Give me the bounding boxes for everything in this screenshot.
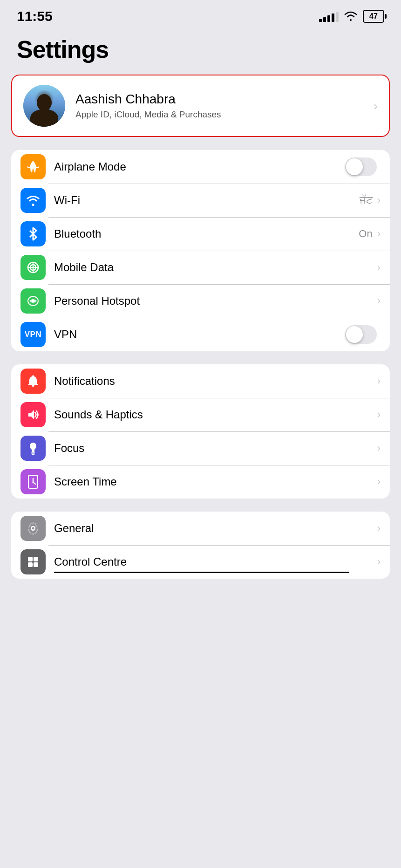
sounds-haptics-icon (20, 402, 46, 427)
bluetooth-value: On (359, 228, 372, 240)
vpn-row[interactable]: VPN VPN (11, 318, 390, 351)
wifi-status-icon (343, 11, 358, 22)
airplane-mode-toggle[interactable] (345, 157, 377, 176)
general-icon (20, 516, 46, 541)
vpn-label: VPN (54, 328, 345, 341)
page-title-section: Settings (0, 29, 401, 75)
sounds-haptics-chevron: › (377, 409, 381, 421)
notifications-label: Notifications (54, 375, 377, 388)
svg-rect-8 (32, 454, 34, 455)
svg-rect-18 (34, 562, 38, 567)
wifi-icon (20, 188, 46, 213)
focus-chevron: › (377, 442, 381, 454)
focus-row[interactable]: Focus › (11, 431, 390, 465)
system-section: Notifications › Sounds & Haptics › Focus… (11, 364, 390, 499)
focus-label: Focus (54, 442, 377, 455)
notifications-row[interactable]: Notifications › (11, 364, 390, 398)
svg-marker-6 (28, 410, 34, 419)
wifi-chevron: › (377, 194, 381, 206)
bluetooth-icon (20, 221, 46, 246)
general-row[interactable]: General › (11, 512, 390, 545)
personal-hotspot-chevron: › (377, 295, 381, 307)
svg-point-5 (32, 300, 34, 302)
vpn-toggle[interactable] (345, 325, 377, 344)
screen-time-label: Screen Time (54, 475, 377, 488)
profile-info: Aashish Chhabra Apple ID, iCloud, Media … (75, 92, 369, 120)
connectivity-section: Airplane Mode Wi-Fi ਜੱਟ › Bluetooth On › (11, 150, 390, 351)
screen-time-row[interactable]: Screen Time › (11, 465, 390, 499)
notifications-chevron: › (377, 375, 381, 387)
bluetooth-chevron: › (377, 228, 381, 240)
airplane-mode-row[interactable]: Airplane Mode (11, 150, 390, 184)
svg-point-12 (33, 482, 34, 483)
personal-hotspot-label: Personal Hotspot (54, 294, 377, 308)
control-centre-row[interactable]: Control Centre › (11, 545, 390, 579)
control-centre-chevron: › (377, 556, 381, 568)
personal-hotspot-row[interactable]: Personal Hotspot › (11, 284, 390, 318)
notifications-icon (20, 369, 46, 394)
personal-hotspot-icon (20, 288, 46, 314)
profile-subtitle: Apple ID, iCloud, Media & Purchases (75, 109, 369, 120)
profile-card[interactable]: Aashish Chhabra Apple ID, iCloud, Media … (11, 75, 390, 137)
mobile-data-icon (20, 255, 46, 280)
svg-rect-17 (28, 562, 33, 567)
svg-rect-7 (31, 452, 35, 454)
bluetooth-row[interactable]: Bluetooth On › (11, 217, 390, 251)
status-icons: 47 (319, 10, 384, 23)
screen-time-chevron: › (377, 476, 381, 488)
svg-rect-16 (34, 557, 38, 561)
mobile-data-chevron: › (377, 261, 381, 273)
profile-name: Aashish Chhabra (75, 92, 369, 107)
mobile-data-label: Mobile Data (54, 261, 377, 274)
control-centre-label: Control Centre (54, 555, 127, 568)
profile-chevron: › (374, 99, 378, 113)
general-label: General (54, 522, 377, 535)
sounds-haptics-label: Sounds & Haptics (54, 408, 377, 421)
screen-time-icon (20, 469, 46, 494)
battery-icon: 47 (363, 10, 384, 23)
vpn-text: VPN (25, 330, 41, 339)
general-section: General › Control Centre › (11, 512, 390, 579)
airplane-mode-icon (20, 154, 46, 179)
status-bar: 11:55 47 (0, 0, 401, 29)
signal-icon (319, 11, 339, 22)
general-chevron: › (377, 522, 381, 534)
wifi-value: ਜੱਟ (360, 194, 373, 206)
svg-rect-15 (28, 557, 33, 561)
sounds-haptics-row[interactable]: Sounds & Haptics › (11, 398, 390, 431)
control-centre-icon (20, 549, 46, 574)
airplane-mode-label: Airplane Mode (54, 160, 345, 173)
page-title: Settings (17, 35, 384, 63)
focus-icon (20, 436, 46, 461)
mobile-data-row[interactable]: Mobile Data › (11, 251, 390, 284)
status-time: 11:55 (17, 8, 53, 24)
bluetooth-label: Bluetooth (54, 227, 359, 240)
avatar (23, 85, 65, 127)
vpn-icon: VPN (20, 322, 46, 347)
wifi-row[interactable]: Wi-Fi ਜੱਟ › (11, 184, 390, 217)
wifi-label: Wi-Fi (54, 194, 360, 207)
svg-point-14 (32, 527, 34, 530)
